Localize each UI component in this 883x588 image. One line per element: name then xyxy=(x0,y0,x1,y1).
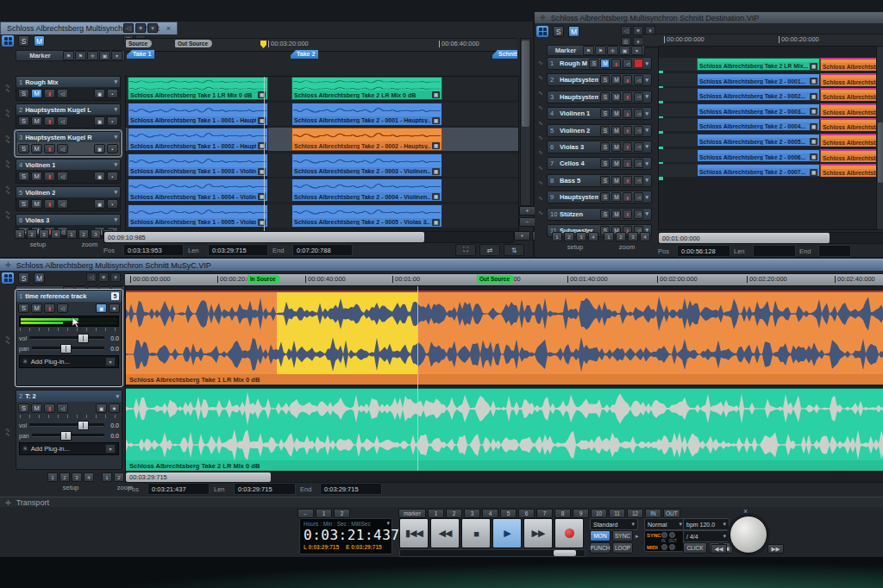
audio-clip[interactable]: Schloss Albrechtsberg Take 2 LR Mix...▣ xyxy=(697,58,820,71)
audio-clip-continuation[interactable]: Schloss Albrechtsberg xyxy=(820,164,883,177)
clip-lock-icon[interactable]: ▣ xyxy=(432,193,440,200)
chevron-down-icon[interactable]: ▾ xyxy=(114,106,117,113)
preset-button[interactable]: 3 xyxy=(39,229,49,239)
time-reference-clip[interactable]: Schloss Albrechtsberg Take 1 LR Mix 0 dB xyxy=(126,291,883,385)
scroll-thumb[interactable] xyxy=(878,122,883,183)
mute-button[interactable]: M xyxy=(600,59,610,68)
slider-thumb[interactable] xyxy=(554,550,576,556)
horizontal-scrollbar[interactable]: 00:09:10:985 xyxy=(103,231,514,243)
record-button[interactable]: ▮ xyxy=(623,92,632,102)
audio-clip[interactable]: Schloss Albrechtsberg Take 2 - 0004 - Vi… xyxy=(291,178,442,202)
clip-lock-icon[interactable]: ▣ xyxy=(432,91,440,98)
monitor-speaker-button[interactable]: ◁ xyxy=(57,89,68,98)
audio-clip[interactable]: Schloss Albrechtsberg Take 2 - 0006...▣ xyxy=(697,149,820,162)
chevron-down-icon[interactable]: ▾ xyxy=(645,177,648,184)
pan-slider[interactable] xyxy=(32,434,104,437)
record-button[interactable]: ▮ xyxy=(44,199,55,209)
track2-panel[interactable]: 2 T: 2 ▾ S M ▮ ◁ ▣ ★ vol 0.0 pan xyxy=(16,390,122,470)
chevron-down-icon[interactable]: ▾ xyxy=(105,357,116,366)
chevron-down-icon[interactable]: ▾ xyxy=(114,189,117,196)
speaker-icon[interactable]: ◁ xyxy=(621,26,631,35)
monitor-speaker-button[interactable]: ◁ xyxy=(634,109,643,118)
record-button[interactable]: ▮ xyxy=(623,75,632,84)
lock-icon[interactable]: ▣ xyxy=(99,51,110,60)
track-header[interactable]: 5 Violinen 2 ▾ S M ▮ ◁ ▣ ▪ xyxy=(16,186,121,211)
preset-button[interactable]: 3 xyxy=(72,472,82,482)
clip-lock-icon[interactable]: ▣ xyxy=(810,153,817,160)
audio-clip[interactable]: Schloss Albrechtsberg Take 2 - 0007...▣ xyxy=(697,164,820,177)
lock-button[interactable]: ▣ xyxy=(94,89,105,98)
record-button[interactable]: ▮ xyxy=(44,89,55,98)
solo-button[interactable]: S xyxy=(18,199,29,209)
range-marker[interactable]: Schnitt xyxy=(492,50,517,59)
signature-dropdown[interactable]: / 4/4▾ xyxy=(683,530,730,542)
record-button[interactable]: ▮ xyxy=(44,172,55,181)
mute-button[interactable]: M xyxy=(611,92,621,102)
automation-curve-icon[interactable]: ∿ xyxy=(535,117,547,128)
mute-button[interactable]: M xyxy=(611,210,621,219)
chevron-down-icon[interactable]: ▾ xyxy=(386,520,390,527)
mute-button[interactable]: M xyxy=(611,192,621,202)
zoom-in-button[interactable]: + xyxy=(514,231,530,241)
monitor-speaker-button[interactable]: ◁ xyxy=(634,210,643,219)
record-button[interactable]: ▮ xyxy=(623,210,632,219)
expand-arrow-icon[interactable]: ▸ xyxy=(636,533,639,540)
flag-range-icon[interactable]: ⚑ xyxy=(75,51,86,60)
audio-clip[interactable]: Schloss Albrechtsberg Take 1 - 0004 - Vi… xyxy=(128,178,268,202)
chevron-down-icon[interactable]: ▾ xyxy=(114,78,117,85)
pan-slider[interactable] xyxy=(32,347,104,350)
preset-button[interactable]: 2 xyxy=(27,229,37,239)
fullscreen-icon[interactable]: ⛶ xyxy=(455,244,476,256)
marker-number-button[interactable]: 12 xyxy=(627,509,643,518)
scrub-forward-button[interactable]: ▶▶ xyxy=(767,544,784,554)
marker-number-button[interactable]: 4 xyxy=(482,509,498,518)
clip-lock-icon[interactable]: ▣ xyxy=(432,142,440,149)
clip-lock-icon[interactable]: ▣ xyxy=(810,123,817,130)
audio-clip-continuation[interactable]: Schloss Albrechtsberg xyxy=(820,134,883,147)
automation-curve-icon[interactable]: ∿∿ xyxy=(0,389,16,475)
locator-1-button[interactable]: 1 xyxy=(316,509,332,518)
mute-button[interactable]: M xyxy=(31,199,42,209)
chevron-down-icon[interactable]: ▾ xyxy=(645,93,648,100)
take2-mix-clip[interactable]: Schloss Albrechtsberg Take 2 LR Mix 0 dB xyxy=(126,388,883,471)
position-slider[interactable] xyxy=(399,549,586,557)
flag-icon[interactable]: ⚑ xyxy=(583,46,594,55)
out-source-marker[interactable]: Out Source xyxy=(175,40,212,47)
automation-curve-icon[interactable]: ∿ xyxy=(535,132,547,143)
audio-clip-continuation[interactable]: Schloss Albrechtsberg xyxy=(820,73,883,86)
mute-button[interactable]: M xyxy=(34,272,45,284)
heart-icon[interactable]: ♥ xyxy=(135,23,146,33)
forward-button[interactable]: ▶▶ xyxy=(523,518,553,548)
preset-button[interactable]: 2 xyxy=(78,229,89,239)
preset-button[interactable]: 1 xyxy=(15,229,25,239)
star-button[interactable]: ★ xyxy=(109,303,120,313)
monitor-speaker-button[interactable]: ◁ xyxy=(57,199,68,209)
mon-button[interactable]: MON xyxy=(590,530,611,541)
audio-clip-continuation[interactable]: Schloss Albrechtsberg xyxy=(820,103,883,116)
in-source-marker[interactable]: Source xyxy=(126,40,152,47)
chevron-down-icon[interactable]: ▾ xyxy=(110,272,121,282)
automation-curve-icon[interactable]: ∿ xyxy=(535,207,547,218)
solo-button[interactable]: S xyxy=(18,272,29,284)
monitor-speaker-button[interactable]: ◁ xyxy=(634,92,643,102)
marker-number-button[interactable]: 8 xyxy=(554,509,571,518)
record-mode-dropdown[interactable]: Standard▾ xyxy=(590,518,638,530)
monitor-speaker-button[interactable]: ◁ xyxy=(57,144,68,153)
playhead-marker[interactable] xyxy=(260,41,266,48)
marker-number-button[interactable]: 6 xyxy=(518,509,535,518)
monitor-speaker-button[interactable]: ◁ xyxy=(57,403,68,413)
preset-button[interactable]: 1 xyxy=(47,472,58,482)
chevron-down-icon[interactable]: ▾ xyxy=(645,60,648,67)
marker-number-button[interactable]: 7 xyxy=(536,509,553,518)
monitor-speaker-button[interactable]: ◁ xyxy=(634,142,643,152)
musyc-titlebar[interactable]: ✛ Schloss Albrechtsberg Multisynchron Sc… xyxy=(0,259,883,271)
options-button[interactable]: ▪ xyxy=(107,89,118,98)
preset-button[interactable]: 4 xyxy=(588,232,598,241)
automation-curve-icon[interactable]: ∿ xyxy=(535,162,547,173)
musyc-clip-area[interactable]: Schloss Albrechtsberg Take 1 LR Mix 0 dB… xyxy=(125,285,883,472)
mute-button[interactable]: M xyxy=(31,403,42,413)
clip-lock-icon[interactable]: ▣ xyxy=(810,138,817,145)
mute-button[interactable]: M xyxy=(31,89,42,98)
close-icon[interactable]: × xyxy=(743,507,748,516)
solo-button[interactable]: S xyxy=(18,303,29,313)
